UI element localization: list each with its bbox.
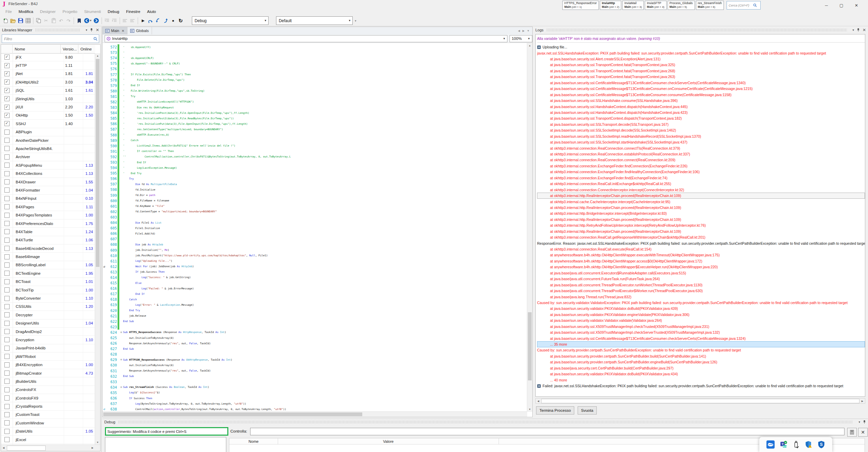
scroll-down-icon[interactable]: ▼ [527,407,532,412]
code-line-589[interactable]: 589' Catch [103,138,527,143]
log-line[interactable]: at java.base/sun.security.validator.PKIX… [537,306,865,312]
library-row-jNet[interactable]: ✓jNet1.811.81 [1,70,95,78]
code-line-616[interactable]: 616 Log("Failed: " & job.ErrorMessage) [103,286,527,291]
code-line-608[interactable]: 608 Dim job As HttpJob [103,242,527,247]
code-line-598[interactable]: 598 fd.Initialize [103,187,527,192]
menu-strumenti[interactable]: Strumenti [81,9,104,15]
new-file-icon[interactable] [2,17,9,25]
quick-tab-InviaHttp[interactable]: InviaHttpMain (ctrl + 2) [600,1,621,10]
library-row-B4XPages[interactable]: B4XPages1.11 [1,203,95,211]
log-line[interactable]: at java.base/sun.security.validator.PKIX… [537,312,865,317]
code-line-631[interactable]: 631 Response.GetAsynchronously("res", ou… [103,368,527,374]
library-checkbox[interactable] [4,304,10,309]
log-line[interactable]: at okhttp3.internal.connection.ExchangeF… [537,163,865,169]
log-line[interactable]: at java.base/sun.security.ssl.SSLSocketI… [537,127,865,133]
stop-icon[interactable]: ■ [169,17,177,25]
library-checkbox[interactable] [4,296,10,301]
code-line-627[interactable]: 627End Sub [103,346,527,351]
code-line-607[interactable]: 607 [103,236,527,242]
clear-logs-button[interactable]: Svuota [578,406,597,415]
log-line[interactable]: at okhttp3.internal.connection.RealCall.… [537,181,865,187]
code-line-636[interactable]: 636 If Success Then [103,395,527,401]
code-line-617[interactable]: 617 End If [103,291,527,297]
log-line[interactable]: at java.base/sun.security.ssl.TransportC… [537,68,865,74]
library-row-Archiver[interactable]: Archiver [1,153,95,161]
code-line-581[interactable]: 581' Try [103,94,527,99]
code-line-630[interactable]: 630 out.InitializeToBytesArray(0) [103,362,527,368]
log-line[interactable]: at java.base/sun.security.ssl.TransportC… [537,116,865,121]
library-row-jBuilderUtils[interactable]: jBuilderUtils [1,377,95,386]
module-selector[interactable]: InviaHttp ▼ [105,35,507,42]
log-line[interactable]: at java.base/java.util.concurrent.Thread… [537,288,865,293]
bookmark-icon[interactable] [75,17,83,25]
antivirus-shield-icon[interactable]: S [818,440,825,449]
log-line[interactable]: at java.base/java.util.concurrent.Thread… [537,282,865,288]
log-line[interactable]: at java.base/sun.security.ssl.SSLHandsha… [537,97,865,103]
code-line-601[interactable]: 601 fd.KeyName = "file" [103,204,527,209]
library-checkbox[interactable] [4,213,10,218]
code-line-577[interactable]: 577' If File.Exists(File.DirTemp,"ups") … [103,72,527,77]
library-row-ApacheStringUtilsB4.[interactable]: ApacheStringUtilsB4. [1,145,95,153]
code-line-610[interactable]: 610 job.PostMultipart("https://www.pld-c… [103,253,527,258]
code-line-615[interactable]: 615 Else [103,280,527,286]
step-into-icon[interactable] [154,17,162,25]
log-line[interactable]: at anywheresoftware.b4h.okhttp.OkHttpCli… [537,252,865,258]
library-checkbox[interactable] [4,204,10,209]
library-checkbox[interactable]: ✓ [4,55,10,60]
code-line-573[interactable]: 573' [103,50,527,55]
library-checkbox[interactable] [4,154,10,160]
code-line-609[interactable]: 609 job.Initialize("", Me) [103,247,527,253]
log-line[interactable]: at anywheresoftware.b4h.okhttp.OkHttpCli… [537,264,865,270]
log-line[interactable]: at java.base/sun.security.ssl.HandshakeC… [537,109,865,115]
library-row-Base64EncodeDecod[interactable]: Base64EncodeDecod1.13 [1,244,95,253]
log-line[interactable]: at java.base/sun.security.ssl.Alert.crea… [537,56,865,62]
library-checkbox[interactable]: ✓ [4,63,10,68]
library-row-B4XPreferencesDialo[interactable]: B4XPreferencesDialo1.75 [1,220,95,228]
quick-tab-HTTPS_ResponseError[interactable]: HTTPS_ResponseErrorMain (ctrl + 1) [562,1,599,10]
library-checkbox[interactable] [4,287,10,292]
chevron-down-icon[interactable]: ▼ [89,19,92,22]
search-box[interactable] [727,1,761,10]
log-line[interactable]: Uploading file... [537,44,865,50]
library-row-Encryption[interactable]: Encryption1.10 [1,336,95,344]
log-line[interactable]: at okhttp3.internal.http.RealInterceptor… [537,193,865,198]
search-input[interactable] [728,3,753,7]
library-checkbox[interactable] [4,262,10,268]
library-checkbox[interactable] [4,187,10,193]
code-line-586[interactable]: 586' 'res.InitializePut(data(3),File.Ope… [103,121,527,126]
library-checkbox[interactable] [4,420,10,425]
library-row-ABPlugin[interactable]: ABPlugin [1,128,95,136]
close-button[interactable]: ✕ [849,3,864,8]
library-checkbox[interactable]: ✓ [4,71,10,76]
menu-progetto[interactable]: Progetto [59,9,80,15]
code-line-603[interactable]: 603 [103,214,527,220]
library-row-B4XDrawer[interactable]: B4XDrawer1.55 [1,178,95,186]
library-checkbox[interactable] [4,429,10,434]
tab-scroll-right-icon[interactable]: ▶ [522,29,524,32]
scrollbar-thumb[interactable] [528,312,532,380]
log-line[interactable]: at okhttp3.internal.connection.RealConne… [537,157,865,163]
library-row-AnotherDatePicker[interactable]: AnotherDatePicker [1,136,95,145]
log-line[interactable]: at okhttp3.internal.cache.CacheIntercept… [537,199,865,205]
library-checkbox[interactable] [4,329,10,334]
code-line-578[interactable]: 578' File.Delete(File.DirTemp,"ups") [103,77,527,83]
library-row-B4xNFInput[interactable]: B4xNFInput0.10 [1,195,95,203]
code-line-622[interactable]: 622End Sub [103,319,527,324]
library-row-B4XTurtle[interactable]: B4XTurtle1.06 [1,236,95,244]
library-row-DragAndDrop2[interactable]: DragAndDrop2 [1,328,95,336]
menu-aiuto[interactable]: Aiuto [144,9,159,15]
libraries-vertical-scrollbar[interactable]: ▲ ▼ [95,53,100,445]
code-line-637[interactable]: 637 Log(BytesToString(out.ToBytesArray, … [103,401,527,406]
scroll-up-icon[interactable]: ▲ [95,53,100,58]
run-icon[interactable]: ▶ [139,17,147,25]
code-line-625[interactable]: 625 out.InitializeToBytesArray(0) [103,335,527,341]
library-row-BCToolTip[interactable]: BCToolTip1.00 [1,286,95,294]
library-checkbox[interactable]: ✓ [4,79,10,85]
code-line-623[interactable]: 623 [103,324,527,330]
scrollbar-thumb[interactable] [7,446,46,451]
quick-tab-Process_Globals[interactable]: Process_GlobalsMain (ctrl + 5) [668,1,695,10]
library-checkbox[interactable]: ✓ [4,105,10,110]
library-row-SSHJ[interactable]: ✓SSHJ1.40 [1,120,95,128]
build-mode-select[interactable]: Debug▼ [192,16,269,25]
menu-finestre[interactable]: Finestre [123,9,144,15]
